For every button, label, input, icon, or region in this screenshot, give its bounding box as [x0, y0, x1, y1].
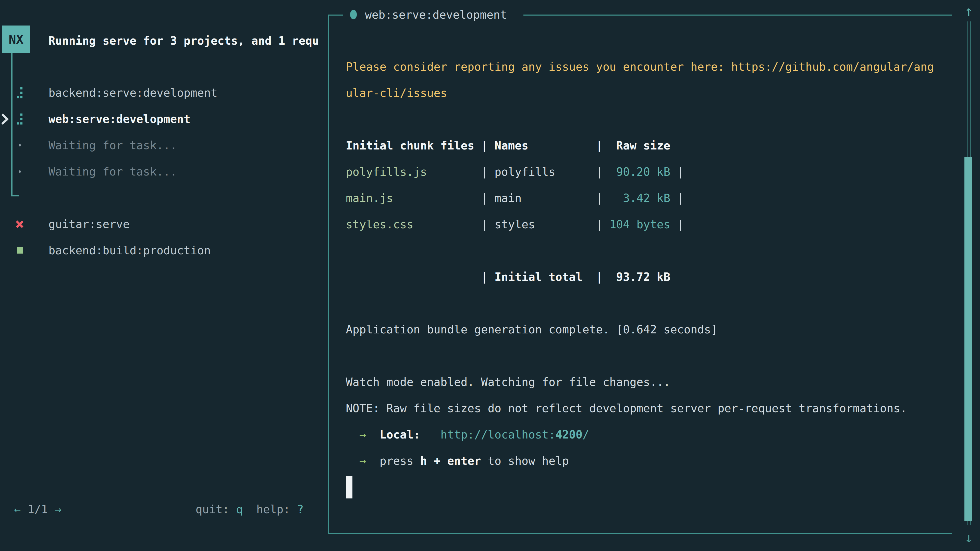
sidebar: NX Running serve for 3 projects, and 1 r… [0, 0, 328, 551]
task-label: web:serve:development [48, 113, 190, 125]
dot-icon [14, 132, 26, 159]
shortcut-label: quit: [196, 503, 236, 516]
task-item-Waiting for task...[interactable]: Waiting for task... [0, 132, 328, 159]
terminal-text: to show help [481, 454, 569, 467]
task-row-spacer [0, 185, 328, 211]
task-item-Waiting for task...[interactable]: Waiting for task... [0, 159, 328, 185]
task-item-web-serve-development[interactable]: web:serve:development [0, 106, 328, 132]
terminal-text: NOTE: Raw file sizes do not reflect deve… [346, 402, 907, 415]
terminal-line: Please consider reporting any issues you… [346, 54, 963, 80]
task-label: backend:serve:development [48, 86, 218, 99]
terminal-text [366, 428, 380, 441]
panel-border-left [328, 14, 329, 534]
local-url[interactable]: 4200 [555, 428, 582, 441]
terminal-text: 104 bytes [609, 218, 670, 231]
dot-icon [14, 159, 26, 185]
terminal-line: main.js | main | 3.42 kB | [346, 185, 963, 211]
shortcut-hints: quit: q help: ? [196, 496, 304, 522]
terminal-text: 3.42 kB [609, 192, 670, 205]
terminal-line [346, 343, 963, 369]
page-next-arrow-icon[interactable]: → [55, 503, 62, 516]
pagination: ← 1/1 → [14, 496, 61, 522]
terminal-line [346, 474, 963, 500]
terminal-line: polyfills.js | polyfills | 90.20 kB | [346, 159, 963, 185]
terminal-line: Initial chunk files | Names | Raw size [346, 132, 963, 159]
terminal-text: | main | [393, 192, 609, 205]
terminal-text: main.js [346, 192, 393, 205]
spacer [48, 503, 55, 516]
terminal-text: Please consider reporting any issues you… [346, 60, 934, 73]
terminal-text: | [670, 218, 684, 231]
terminal-text: | [670, 192, 684, 205]
panel-border-bottom [328, 533, 952, 534]
terminal-text [366, 454, 380, 467]
terminal-text: → [360, 428, 366, 441]
terminal-cursor [346, 476, 352, 499]
task-label: Waiting for task... [48, 139, 177, 152]
terminal-line: Application bundle generation complete. … [346, 316, 963, 343]
shortcut-key: ? [297, 503, 304, 516]
terminal-text [346, 428, 360, 441]
shortcut-label: help: [243, 503, 297, 516]
page-indicator-value: 1/1 [27, 503, 48, 516]
terminal-text: | polyfills | [427, 165, 609, 178]
spinner-icon [14, 79, 26, 106]
terminal-line [346, 290, 963, 316]
terminal-text: polyfills.js [346, 165, 427, 178]
terminal-text: Local: [380, 428, 420, 441]
task-item-guitar-serve[interactable]: guitar:serve [0, 211, 328, 237]
selected-caret-icon [1, 114, 8, 125]
terminal-text [420, 428, 440, 441]
terminal-text: → [360, 454, 366, 467]
page-prev-arrow-icon[interactable]: ← [14, 503, 21, 516]
terminal-text: styles.css [346, 218, 414, 231]
terminal-text: Application bundle generation complete. … [346, 323, 718, 336]
task-list: backend:serve:developmentweb:serve:devel… [0, 79, 328, 264]
spinner-icon [14, 106, 26, 132]
terminal-line [346, 106, 963, 132]
scroll-down-arrow-icon[interactable]: ↓ [961, 529, 977, 546]
terminal-line: → Local: http://localhost:4200/ [346, 421, 963, 448]
terminal-text: ular-cli/issues [346, 86, 447, 100]
shortcut-key: q [236, 503, 243, 516]
scrollbar-thumb[interactable] [964, 157, 972, 521]
nx-tui-screen: NX Running serve for 3 projects, and 1 r… [0, 0, 980, 551]
terminal-line: ular-cli/issues [346, 80, 963, 106]
terminal-text: Initial chunk files | Names | Raw size [346, 139, 670, 152]
task-label: guitar:serve [48, 218, 130, 230]
nx-logo: NX [2, 25, 30, 53]
task-label: Waiting for task... [48, 165, 177, 178]
app-title: Running serve for 3 projects, and 1 requ [48, 27, 328, 54]
terminal-line: → press h + enter to show help [346, 448, 963, 474]
terminal-line: styles.css | styles | 104 bytes | [346, 211, 963, 238]
terminal-text: | [670, 165, 684, 178]
terminal-text: | Initial total | 93.72 kB [346, 270, 670, 283]
square-icon [14, 237, 26, 264]
terminal-output: Please consider reporting any issues you… [346, 54, 963, 500]
local-url[interactable]: / [582, 428, 589, 441]
terminal-text: Watch mode enabled. Watching for file ch… [346, 375, 670, 389]
local-url[interactable]: http://localhost: [441, 428, 555, 441]
terminal-line: NOTE: Raw file sizes do not reflect deve… [346, 395, 963, 421]
running-status-dot-icon [350, 10, 357, 19]
none-icon [14, 185, 26, 211]
panel-header: web:serve:development [328, 2, 980, 27]
task-label: backend:build:production [48, 244, 211, 257]
task-item-backend-serve-development[interactable]: backend:serve:development [0, 79, 328, 106]
terminal-text: | styles | [414, 218, 609, 231]
cross-icon [14, 211, 26, 237]
scroll-up-arrow-icon[interactable]: ↑ [961, 2, 977, 20]
terminal-text: h + enter [420, 454, 481, 467]
terminal-line [346, 238, 963, 264]
task-item-backend-build-production[interactable]: backend:build:production [0, 237, 328, 264]
output-panel: web:serve:development Please consider re… [328, 0, 980, 551]
terminal-text: 90.20 kB [609, 165, 670, 178]
terminal-text [346, 454, 360, 467]
terminal-text: press [380, 454, 420, 467]
terminal-line: | Initial total | 93.72 kB [346, 264, 963, 290]
panel-title: web:serve:development [365, 2, 507, 27]
terminal-line: Watch mode enabled. Watching for file ch… [346, 369, 963, 395]
page-indicator [21, 503, 28, 516]
